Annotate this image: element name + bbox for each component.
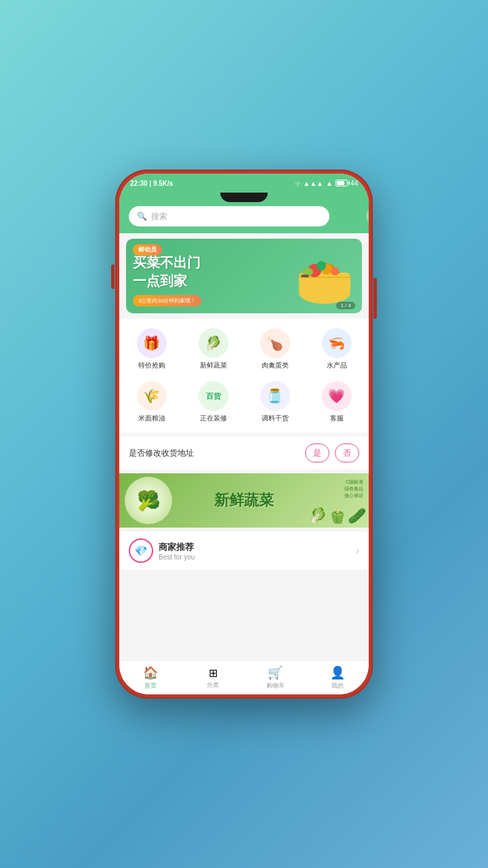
category-label-tejia: 特价抢购 <box>138 361 165 370</box>
address-question: 是否修改收货地址 <box>129 448 194 459</box>
category-label-kefu: 客服 <box>330 414 344 423</box>
banner-text: 买菜不出门 一点到家 <box>133 254 201 290</box>
veggie-banner-text: 新鲜蔬菜 <box>214 490 274 511</box>
search-area: 🔍 搜索 💬 <box>119 202 369 233</box>
svg-rect-8 <box>301 275 309 277</box>
category-label-tiaoliao: 调料干货 <box>262 414 289 423</box>
banner-subtitle: 3公里内30分钟到家哦！ <box>133 295 201 307</box>
chat-button[interactable]: 💬 <box>366 208 369 225</box>
svg-point-5 <box>317 261 326 271</box>
user-icon: 👤 <box>330 665 345 680</box>
category-icon: ⊞ <box>209 667 218 679</box>
svg-point-7 <box>331 267 339 275</box>
category-icon-kefu: 💗 <box>322 381 352 411</box>
banner-line2: 一点到家 <box>133 272 201 290</box>
search-icon: 🔍 <box>137 212 147 221</box>
bluetooth-icon: ⊹ <box>295 180 300 187</box>
merchant-icon: 💎 <box>129 538 153 563</box>
bottom-nav: 🏠 首页 ⊞ 分类 🛒 购物车 👤 我的 <box>119 660 369 694</box>
search-placeholder: 搜索 <box>151 211 167 222</box>
merchant-texts: 商家推荐 Best for you <box>159 541 195 561</box>
status-bar: 22:30 | 9.5K/s ⊹ ▲▲▲ ▲ 44 <box>119 174 369 193</box>
category-label-shucai: 新鲜蔬菜 <box>200 361 227 370</box>
veggie-right-images: 🥬🫑🥒 <box>306 505 369 528</box>
category-icon-tiaoliao: 🫙 <box>260 381 290 411</box>
category-label-mianliang: 米面粮油 <box>138 414 165 423</box>
category-label-shuichan: 水产品 <box>327 361 347 370</box>
phone-screen: 22:30 | 9.5K/s ⊹ ▲▲▲ ▲ 44 🔍 搜索 � <box>119 174 369 694</box>
category-item-tiaoliao[interactable]: 🫙 调料干货 <box>245 377 304 427</box>
category-icon-shuichan: 🦐 <box>322 328 352 358</box>
category-icon-shucai: 🥬 <box>199 328 228 358</box>
wifi-icon: ▲ <box>326 180 333 187</box>
banner-image <box>267 239 362 313</box>
notch <box>119 193 369 202</box>
merchant-subtitle: Best for you <box>159 553 195 561</box>
category-item-kefu[interactable]: 💗 客服 <box>307 377 366 427</box>
nav-home-label: 首页 <box>144 682 157 690</box>
battery-level: 44 <box>350 180 358 187</box>
address-buttons: 是 否 <box>305 443 359 462</box>
category-grid: 🎁 特价抢购 🥬 新鲜蔬菜 🍗 肉禽蛋类 🦐 水产品 🌾 <box>119 319 369 433</box>
merchant-title: 商家推荐 <box>159 541 195 553</box>
notch-cut <box>220 193 268 202</box>
category-item-shucai[interactable]: 🥬 新鲜蔬菜 <box>184 324 243 374</box>
nav-mine-label: 我的 <box>331 682 344 690</box>
address-yes-button[interactable]: 是 <box>305 443 329 462</box>
nav-home[interactable]: 🏠 首页 <box>119 661 182 694</box>
nav-category-label: 分类 <box>207 681 219 690</box>
merchant-section[interactable]: 💎 商家推荐 Best for you › <box>119 532 369 570</box>
main-banner[interactable]: 鲜动员 买菜不出门 一点到家 3公里内30分钟到家哦！ 1 / 4 <box>126 239 362 313</box>
category-label-rouqin: 肉禽蛋类 <box>262 361 289 370</box>
category-item-baihuo[interactable]: 百货 正在装修 <box>184 377 243 427</box>
cart-icon: 🛒 <box>268 665 283 680</box>
category-icon-tejia: 🎁 <box>137 328 167 358</box>
veggie-banner[interactable]: 🥦 新鲜蔬菜 C级标准绿色食品放心保证 🥬🫑🥒 <box>119 473 369 528</box>
phone-shell: 22:30 | 9.5K/s ⊹ ▲▲▲ ▲ 44 🔍 搜索 � <box>115 170 373 698</box>
veggie-left-image: 🥦 <box>125 477 172 524</box>
home-icon: 🏠 <box>143 665 158 680</box>
category-icon-rouqin: 🍗 <box>260 328 290 358</box>
merchant-left: 💎 商家推荐 Best for you <box>129 538 195 563</box>
category-icon-baihuo: 百货 <box>199 381 228 411</box>
nav-cart-label: 购物车 <box>266 682 285 690</box>
veggie-tags: C级标准绿色食品放心保证 <box>344 479 363 498</box>
category-label-baihuo: 正在装修 <box>200 414 227 423</box>
battery-fill <box>337 181 344 185</box>
category-icon-mianliang: 🌾 <box>137 381 167 411</box>
nav-cart[interactable]: 🛒 购物车 <box>244 661 306 694</box>
category-item-rouqin[interactable]: 🍗 肉禽蛋类 <box>245 324 304 374</box>
banner-line1: 买菜不出门 <box>133 254 201 272</box>
category-item-shuichan[interactable]: 🦐 水产品 <box>307 324 366 374</box>
battery-icon <box>336 180 348 186</box>
status-icons: ⊹ ▲▲▲ ▲ 44 <box>295 180 358 187</box>
address-no-button[interactable]: 否 <box>335 443 359 462</box>
search-bar[interactable]: 🔍 搜索 <box>129 206 329 226</box>
address-bar: 是否修改收货地址 是 否 <box>119 437 369 469</box>
category-item-mianliang[interactable]: 🌾 米面粮油 <box>122 377 181 427</box>
nav-category[interactable]: ⊞ 分类 <box>182 661 244 694</box>
status-time: 22:30 | 9.5K/s <box>130 180 173 187</box>
bottom-spacer <box>119 570 369 583</box>
scroll-content[interactable]: 鲜动员 买菜不出门 一点到家 3公里内30分钟到家哦！ 1 / 4 <box>119 233 369 660</box>
category-item-tejia[interactable]: 🎁 特价抢购 <box>122 324 181 374</box>
signal-icon: ▲▲▲ <box>303 180 323 187</box>
nav-mine[interactable]: 👤 我的 <box>306 661 369 694</box>
chevron-right-icon: › <box>356 545 359 556</box>
